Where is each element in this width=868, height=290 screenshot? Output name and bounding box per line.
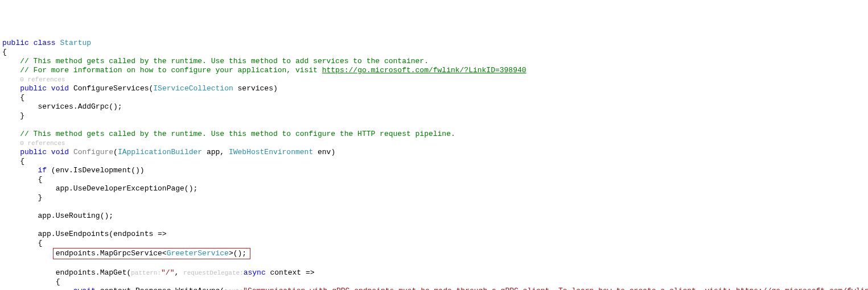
type-iservicecollection: IServiceCollection <box>153 84 233 93</box>
codelens-references[interactable]: 0 references <box>20 76 65 83</box>
param: env) <box>313 148 335 156</box>
keyword-await: await <box>73 287 96 290</box>
brace: { <box>38 239 42 247</box>
brace: { <box>2 48 7 56</box>
comma: , <box>174 268 183 277</box>
call-writeasync: context.Response.WriteAsync( <box>96 287 224 290</box>
call-mapgrpc: endpoints.MapGrpcService< <box>56 249 167 258</box>
highlighted-line: endpoints.MapGrpcService<GreeterService>… <box>53 248 250 259</box>
string-literal: "/" <box>161 268 174 277</box>
param: app, <box>202 148 229 156</box>
brace: { <box>38 175 42 184</box>
inline-hint-pattern: pattern: <box>131 270 161 276</box>
call-mapget: endpoints.MapGet( <box>56 268 131 277</box>
statement: services.AddGrpc(); <box>38 102 122 111</box>
brace: { <box>56 277 60 286</box>
type-iwebhostenvironment: IWebHostEnvironment <box>229 148 313 156</box>
keyword-if: if <box>38 166 47 175</box>
paren-open: ( <box>113 148 118 156</box>
brace: } <box>38 193 42 202</box>
type-iapplicationbuilder: IApplicationBuilder <box>118 148 202 156</box>
keyword-void: void <box>51 148 69 156</box>
comment-line: // For more information on how to config… <box>20 66 322 74</box>
string-link[interactable]: https://go.microsoft.com/fwlink/?linkid=… <box>736 287 868 290</box>
condition: (env.IsDevelopment()) <box>47 166 145 175</box>
string-literal: "Communication with gRPC endpoints must … <box>243 287 736 290</box>
lambda: context => <box>266 268 315 277</box>
code-editor[interactable]: public class Startup { // This method ge… <box>2 39 863 290</box>
call-close: >(); <box>229 249 246 258</box>
brace: { <box>20 157 24 165</box>
inline-hint-requestdelegate: requestDelegate: <box>183 270 244 276</box>
comment-line: // This method gets called by the runtim… <box>20 130 455 138</box>
inline-hint-text: text: <box>224 288 243 290</box>
statement: app.UseEndpoints(endpoints => <box>38 230 166 238</box>
brace: { <box>20 93 24 102</box>
keyword-public: public <box>20 148 47 156</box>
type-startup: Startup <box>60 39 91 47</box>
keyword-class: class <box>34 39 56 47</box>
method-name-unused: Configure <box>73 148 113 156</box>
brace: } <box>20 111 24 120</box>
statement: app.UseDeveloperExceptionPage(); <box>56 184 198 193</box>
keyword-async: async <box>244 268 266 277</box>
keyword-public: public <box>20 84 47 93</box>
type-greeterservice: GreeterService <box>167 249 229 258</box>
method-name: ConfigureServices( <box>73 84 153 93</box>
codelens-references[interactable]: 0 references <box>20 140 65 147</box>
statement: app.UseRouting(); <box>38 212 113 220</box>
keyword-void: void <box>51 84 69 93</box>
param: services) <box>233 84 278 93</box>
keyword-public: public <box>2 39 29 47</box>
comment-link[interactable]: https://go.microsoft.com/fwlink/?LinkID=… <box>322 66 526 74</box>
comment-line: // This method gets called by the runtim… <box>20 57 429 65</box>
